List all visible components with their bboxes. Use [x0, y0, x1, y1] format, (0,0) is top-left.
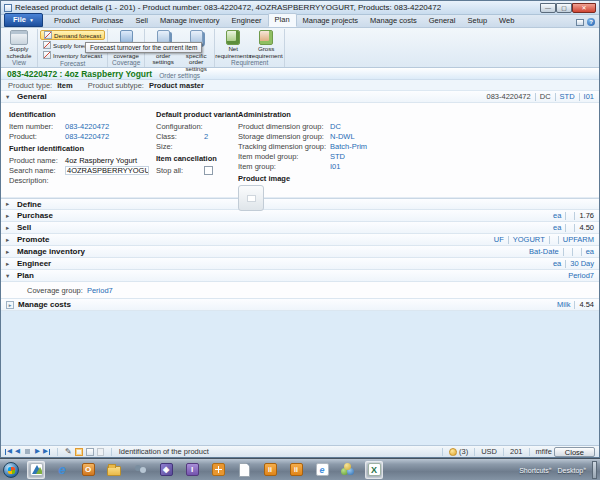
stop-all-checkbox[interactable] [204, 166, 213, 175]
demand-forecast-button[interactable]: Demand forecast [40, 30, 105, 40]
status-bar: ◀ ◀ ▶ ▶ ✎ Identification of the product … [1, 445, 599, 457]
spheres-icon[interactable] [339, 461, 357, 479]
tab-setup[interactable]: Setup [461, 15, 493, 27]
product-dimension-group-value[interactable]: DC [330, 122, 341, 131]
fasttab-general[interactable]: ▾ General 083-4220472 DC STD I01 [1, 91, 599, 103]
tab-sell[interactable]: Sell [129, 15, 154, 27]
infopath-icon[interactable]: I [183, 461, 201, 479]
tab-manage-projects[interactable]: Manage projects [297, 15, 364, 27]
fasttab-plan[interactable]: ▾ Plan Period7 [1, 270, 599, 282]
fasttab-manage-inventory[interactable]: ▸ Manage inventory Bat-Date ea [1, 246, 599, 258]
start-button[interactable] [3, 462, 19, 478]
product-value[interactable]: 083-4220472 [65, 132, 109, 141]
map-icon[interactable]: ◈ [157, 461, 175, 479]
tracking-dimension-group-value[interactable]: Batch-Prim [330, 142, 367, 151]
next-record-button[interactable]: ▶ [35, 448, 40, 455]
coverage-group-value[interactable]: Period7 [87, 286, 113, 295]
minimize-button[interactable]: — [540, 3, 556, 13]
plan-summary: Period7 [568, 271, 594, 280]
tab-plan[interactable]: Plan [268, 13, 297, 27]
fasttab-sell[interactable]: ▸ Sell ea 4.50 [1, 222, 599, 234]
company-indicator[interactable]: 201 [510, 447, 523, 456]
alerts-bell-icon[interactable] [449, 448, 457, 456]
shortcuts-toolbar[interactable]: Shortcuts» [519, 465, 551, 474]
currency-indicator[interactable]: USD [481, 447, 497, 456]
sell-unit: ea [553, 223, 561, 232]
collapsed-arrow-icon: ▸ [6, 248, 13, 256]
product-type-value: Item [57, 81, 72, 90]
ribbon-tab-row: File ▼ Product Purchase Sell Manage inve… [1, 15, 599, 28]
file-menu-button[interactable]: File ▼ [4, 13, 43, 27]
show-desktop-button[interactable] [592, 461, 597, 479]
internet-explorer-icon[interactable]: e [53, 461, 71, 479]
net-requirements-label: Net requirements [215, 46, 251, 59]
tab-general[interactable]: General [423, 15, 462, 27]
manage-costs-summary: Milk 4.54 [557, 300, 594, 309]
purchase-summary: ea 1.76 [553, 211, 594, 220]
storage-dimension-group-value[interactable]: N-DWL [330, 132, 355, 141]
desktop-toolbar[interactable]: Desktop» [558, 465, 586, 474]
grid-view-toggle[interactable] [75, 448, 83, 456]
item-group-value[interactable]: I01 [330, 162, 340, 171]
coverage-group-label: Coverage group: [27, 286, 83, 295]
layout-icon[interactable] [576, 19, 584, 26]
internet-explorer-box-icon[interactable]: e [313, 461, 331, 479]
restore-button[interactable]: ▢ [556, 3, 572, 13]
demand-forecast-icon [44, 31, 52, 39]
paste-icon[interactable] [97, 448, 104, 456]
excel-icon[interactable]: X [365, 461, 383, 479]
outlook-icon[interactable]: O [79, 461, 97, 479]
fasttab-manage-costs[interactable]: ▸ Manage costs Milk 4.54 [1, 299, 599, 311]
fasttab-purchase[interactable]: ▸ Purchase ea 1.76 [1, 210, 599, 222]
storage-dimension-group-label: Storage dimension group: [238, 132, 330, 141]
alerts-count[interactable]: (3) [459, 447, 468, 456]
search-name-field[interactable]: 4OZRASPBERRYYOGURT [65, 166, 149, 175]
item-model-group-label: Item model group: [238, 152, 330, 161]
engineer-unit: ea [553, 259, 561, 268]
collapsed-arrow-icon: ▸ [6, 260, 13, 268]
item-number-value[interactable]: 083-4220472 [65, 122, 109, 131]
last-record-button[interactable]: ▶ [43, 448, 50, 455]
details-view-toggle[interactable] [86, 448, 94, 456]
previous-record-button[interactable]: ◀ [15, 448, 20, 455]
user-indicator[interactable]: mfife [536, 447, 552, 456]
app-grid-icon[interactable] [209, 461, 227, 479]
tab-manage-costs[interactable]: Manage costs [364, 15, 423, 27]
supply-schedule-button[interactable]: Supply schedule [3, 29, 35, 59]
identification-heading: Identification [9, 110, 159, 119]
contacts-icon[interactable] [131, 461, 149, 479]
folder-icon[interactable] [105, 461, 123, 479]
close-window-button[interactable]: ✕ [572, 3, 596, 13]
fasttab-engineer-label: Engineer [17, 259, 51, 268]
fasttab-promote[interactable]: ▸ Promote UF YOGURT UPFARM [1, 234, 599, 246]
product-image-placeholder[interactable] [238, 185, 264, 211]
sell-summary: ea 4.50 [553, 223, 594, 232]
tab-manage-inventory[interactable]: Manage inventory [154, 15, 226, 27]
dynamics-ax-taskbar-icon[interactable] [27, 461, 45, 479]
tab-web[interactable]: Web [493, 15, 520, 27]
first-record-button[interactable]: ◀ [5, 448, 12, 455]
supply-schedule-label: Supply schedule [3, 46, 35, 59]
class-value[interactable]: 2 [204, 132, 208, 141]
item-model-group-value[interactable]: STD [330, 152, 345, 161]
people-orange-icon[interactable]: ii [261, 461, 279, 479]
close-button[interactable]: Close [554, 447, 595, 457]
people-orange-icon-2[interactable]: ii [287, 461, 305, 479]
shortcuts-label: Shortcuts [519, 467, 549, 474]
help-icon[interactable]: ? [587, 18, 595, 26]
fasttab-engineer[interactable]: ▸ Engineer ea 30 Day [1, 258, 599, 270]
net-requirements-button[interactable]: Net requirements [217, 29, 249, 59]
edit-record-icon[interactable]: ✎ [65, 447, 72, 456]
collapsed-arrow-icon: ▸ [6, 200, 13, 208]
windows-taskbar: e O ◈ I ii ii e X Shortcuts» Desktop» [0, 458, 600, 480]
product-name-value[interactable]: 4oz Raspberry Yogurt [65, 156, 137, 165]
gross-requirement-button[interactable]: Gross requirement [250, 29, 282, 59]
product-name-label: Product name: [9, 156, 65, 165]
class-label: Class: [156, 132, 204, 141]
tab-purchase[interactable]: Purchase [86, 15, 130, 27]
gross-requirement-icon [259, 30, 273, 45]
document-icon[interactable] [235, 461, 253, 479]
product-label: Product: [9, 132, 65, 141]
tab-engineer[interactable]: Engineer [226, 15, 268, 27]
tab-product[interactable]: Product [48, 15, 86, 27]
